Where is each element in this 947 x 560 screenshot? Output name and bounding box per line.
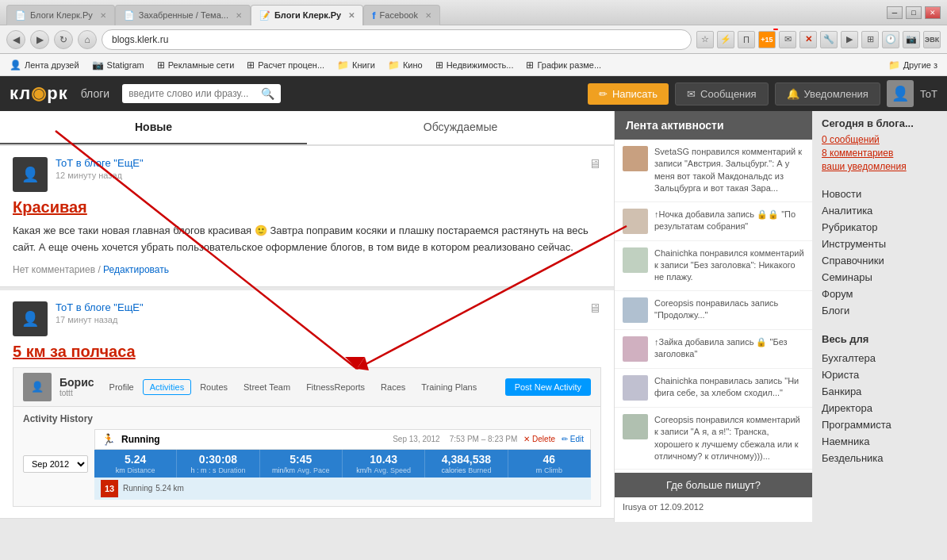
action-btn-5[interactable]: ▶ [841,31,858,48]
tab-2[interactable]: 📄 Захабренные / Тема... ✕ [115,5,251,25]
vse-link-naemnik[interactable]: Наемника [822,433,937,450]
activity-header: Лента активности [615,111,812,140]
activity-avatar-1 [623,209,648,234]
stat-pace: 5:45 min/km Avg. Pace [260,450,343,478]
user-avatar[interactable]: 👤 [887,80,914,107]
tab-1-close[interactable]: ✕ [100,11,106,20]
ftab-routes[interactable]: Routes [193,379,235,395]
action-btn-4[interactable]: 🔧 [820,31,838,48]
ftab-reports[interactable]: FitnessReports [299,379,372,395]
nav-link-forum[interactable]: Форум [822,286,937,302]
nav-link-spravochniki[interactable]: Справочники [822,252,937,269]
bookmark-nedvizh[interactable]: ⊞ Недвижимость... [432,58,517,72]
tab-4-icon: f [372,10,375,21]
action-btn-7[interactable]: 🕐 [882,31,899,48]
fitness-widget: 👤 Борис tottt Profile Activities Routes … [13,367,601,507]
back-button[interactable]: ◀ [6,30,25,49]
tab-4-close[interactable]: ✕ [425,11,431,20]
bookmark-knigi[interactable]: 📁 Книги [334,58,378,72]
folder-icon-2: 📁 [388,59,400,71]
action-btn-8[interactable]: 📷 [903,31,920,48]
nav-link-blogi[interactable]: Блоги [822,302,937,319]
user-name-label[interactable]: ТоТ [920,88,937,100]
tab-3[interactable]: 📝 Блоги Клерк.Ру ✕ [251,5,363,25]
tab-3-close[interactable]: ✕ [348,11,355,20]
nav-blogs-link[interactable]: блоги [81,87,109,100]
maximize-button[interactable]: □ [906,6,922,19]
reload-button[interactable]: ↻ [54,30,73,49]
vse-link-bankir[interactable]: Банкира [822,383,937,400]
action-btn-9[interactable]: ЭВК [923,31,941,48]
action-btn-mail[interactable]: ✉ [779,31,796,48]
tab-new[interactable]: Новые [0,111,307,144]
ftab-profile[interactable]: Profile [102,379,141,395]
tab-discussed[interactable]: Обсуждаемые [307,111,614,144]
tab-1[interactable]: 📄 Блоги Клерк.Ру ✕ [6,5,115,25]
search-input[interactable] [128,88,256,99]
action-btn-1[interactable]: ⚡ [717,31,734,48]
browser-actions: ☆ ⚡ Π +15 ✉ ✕ 🔧 ▶ ⊞ 🕐 📷 ЭВК [696,31,941,48]
activity-text-5: Chainichka понравилась запись "Ни фига с… [654,375,804,401]
bookmark-grafik[interactable]: ⊞ График разме... [523,58,604,72]
nav-link-analitika[interactable]: Аналитика [822,202,937,219]
post-activity-button[interactable]: Post New Activity [505,378,591,396]
bookmark-statigram[interactable]: 📷 Statigram [89,58,148,72]
action-btn-3[interactable]: +15 [758,31,776,48]
post-info-1: ТоТ в блоге "ЕщЕ" 12 минуту назад [56,157,144,180]
post-author-link-2[interactable]: ТоТ в блоге "ЕщЕ" [56,301,144,313]
nav-link-instrumenty[interactable]: Инструменты [822,236,937,252]
edit-activity-button[interactable]: ✏ Edit [562,435,584,443]
vse-link-bezdelnik[interactable]: Бездельника [822,450,937,466]
close-button[interactable]: ✕ [925,6,941,19]
fitness-content: Activity History Sep 2012 🏃 Running Sep [13,407,600,506]
star-button[interactable]: ☆ [696,31,714,48]
home-button[interactable]: ⌂ [78,30,97,49]
vse-link-buh[interactable]: Бухгалтера [822,350,937,366]
ftab-training[interactable]: Training Plans [414,379,484,395]
ftab-activities[interactable]: Activities [143,379,191,395]
post-comments-1: Нет комментариев [13,264,95,275]
bookmark-nedvizh-label: Недвижимость... [447,60,514,70]
vse-link-prog[interactable]: Программиста [822,416,937,433]
nav-link-seminary[interactable]: Семинары [822,269,937,286]
search-icon[interactable]: 🔍 [261,87,274,100]
post-author-link-1[interactable]: ТоТ в блоге "ЕщЕ" [56,157,144,169]
tab-3-label: Блоги Клерк.Ру [274,10,341,20]
today-link-0[interactable]: 0 сообщений [822,134,937,145]
delete-activity-button[interactable]: ✕ Delete [523,435,555,443]
address-input[interactable]: blogs.klerk.ru [102,29,692,50]
notifications-button[interactable]: 🔔 Уведомления [775,82,880,105]
tab-2-close[interactable]: ✕ [236,11,242,20]
action-btn-6[interactable]: ⊞ [861,31,879,48]
monitor-icon-2: 🖥 [589,301,601,316]
tab-3-icon: 📝 [259,10,270,21]
bookmark-raschet[interactable]: ⊞ Расчет процен... [243,58,328,72]
ftab-streetteam[interactable]: Street Team [236,379,297,395]
bookmark-lenta[interactable]: 👤 Лента друзей [6,58,82,72]
vse-link-yurist[interactable]: Юриста [822,366,937,383]
action-btn-2[interactable]: Π [738,31,755,48]
action-btn-x[interactable]: ✕ [799,31,817,48]
tab-4[interactable]: f Facebook ✕ [363,5,440,25]
today-link-1[interactable]: 8 комментариев [822,148,937,159]
bookmark-drugie[interactable]: 📁 Другие з [885,58,941,72]
write-button[interactable]: ✏ Написать [588,83,669,105]
post-title-2[interactable]: 5 км за полчаса [13,343,601,361]
month-select[interactable]: Sep 2012 [23,455,88,473]
activity-avatar-2 [623,247,648,273]
nav-link-novosti[interactable]: Новости [822,186,937,202]
main-tabs: Новые Обсуждаемые [0,111,614,146]
vse-link-direktor[interactable]: Директора [822,400,937,416]
minimize-button[interactable]: ─ [887,6,903,19]
messages-button[interactable]: ✉ Сообщения [675,82,769,105]
today-link-2[interactable]: ваши уведомления [822,161,937,172]
forward-button[interactable]: ▶ [30,30,49,49]
bookmark-reklama[interactable]: ⊞ Рекламные сети [154,58,238,72]
post-meta-1: 👤 ТоТ в блоге "ЕщЕ" 12 минуту назад 🖥 [13,157,601,192]
post-title-1[interactable]: Красивая [13,198,601,217]
post-edit-link-1[interactable]: Редактировать [103,264,169,275]
bookmark-kino[interactable]: 📁 Кино [385,58,426,72]
bookmark-lenta-label: Лента друзей [25,60,79,70]
nav-link-rubrikator[interactable]: Рубрикатор [822,219,937,236]
ftab-races[interactable]: Races [374,379,412,395]
